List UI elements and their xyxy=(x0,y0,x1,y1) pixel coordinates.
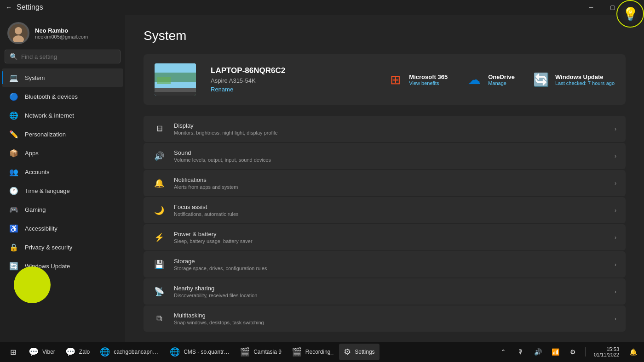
settings-text-focusassist: Focus assist Notifications, automatic ru… xyxy=(174,204,606,217)
sidebar-item-apps[interactable]: 📦 Apps xyxy=(2,144,123,162)
microphone-icon[interactable]: 🎙 xyxy=(513,345,528,359)
network-tray-icon[interactable]: 📶 xyxy=(548,345,563,359)
start-button[interactable]: ⊞ xyxy=(4,344,22,360)
sidebar-item-windowsupdate[interactable]: 🔄 Windows Update xyxy=(2,257,123,275)
sidebar-item-bluetooth[interactable]: 🔵 Bluetooth & devices xyxy=(2,87,123,106)
service-name-winupdate: Windows Update xyxy=(555,74,615,80)
taskbar-icon-chrome1: 🌐 xyxy=(100,347,110,357)
title-bar: ← Settings ─ ▢ ✕ xyxy=(0,0,644,15)
nav-label-system: System xyxy=(25,74,45,81)
settings-item-focusassist[interactable]: 🌙 Focus assist Notifications, automatic … xyxy=(144,197,626,223)
settings-item-display[interactable]: 🖥 Display Monitors, brightness, night li… xyxy=(144,116,626,142)
settings-item-powerbattery[interactable]: ⚡ Power & battery Sleep, battery usage, … xyxy=(144,224,626,250)
settings-item-storage[interactable]: 💾 Storage Storage space, drives, configu… xyxy=(144,251,626,277)
nav-label-privacy: Privacy & security xyxy=(25,244,72,251)
system-details: LAPTOP-86NQR6C2 Aspire A315-54K Rename xyxy=(211,66,372,93)
taskbar-item-settings[interactable]: ⚙ Settings xyxy=(339,344,379,360)
taskbar-label-chrome1: cachgobancapnhat ... xyxy=(114,349,160,355)
settings-title-focusassist: Focus assist xyxy=(174,204,606,210)
sidebar: Neo Rambo neokim005@gmail.com 🔍 💻 System… xyxy=(0,15,125,342)
search-container: 🔍 xyxy=(0,50,125,68)
taskbar-item-chrome1[interactable]: 🌐 cachgobancapnhat ... xyxy=(95,344,164,360)
taskbar-label-viber: Viber xyxy=(42,349,55,355)
taskbar-icon-settings: ⚙ xyxy=(344,347,351,357)
main-layout: Neo Rambo neokim005@gmail.com 🔍 💻 System… xyxy=(0,15,644,342)
nav-label-network: Network & internet xyxy=(25,112,74,119)
service-winupdate[interactable]: 🔄 Windows Update Last checked: 7 hours a… xyxy=(533,71,615,88)
settings-chevron-powerbattery: › xyxy=(615,234,616,241)
user-profile[interactable]: Neo Rambo neokim005@gmail.com xyxy=(0,15,125,50)
sidebar-item-personalization[interactable]: ✏️ Personalization xyxy=(2,125,123,143)
service-action-winupdate[interactable]: Last checked: 7 hours ago xyxy=(555,80,615,86)
settings-title-notifications: Notifications xyxy=(174,176,606,183)
sidebar-item-accounts[interactable]: 👥 Accounts xyxy=(2,163,123,181)
service-onedrive[interactable]: ☁ OneDrive Manage xyxy=(466,71,515,88)
taskbar-item-recording[interactable]: 🎬 Recording_ xyxy=(287,344,338,360)
nav-icon-apps: 📦 xyxy=(9,148,18,158)
sidebar-item-system[interactable]: 💻 System xyxy=(2,68,123,87)
taskbar-items: 💬 Viber 💬 Zalo 🌐 cachgobancapnhat ... 🌐 … xyxy=(24,344,380,360)
volume-icon[interactable]: 🔊 xyxy=(531,345,546,359)
service-action-onedrive[interactable]: Manage xyxy=(488,80,515,86)
nav-label-apps: Apps xyxy=(25,150,39,157)
nav-icon-windowsupdate: 🔄 xyxy=(9,261,18,271)
nav-label-personalization: Personalization xyxy=(25,131,66,138)
logo-icon: 💡 xyxy=(622,6,638,22)
settings-icon-sound: 🔊 xyxy=(153,150,166,163)
settings-text-notifications: Notifications Alerts from apps and syste… xyxy=(174,176,606,190)
settings-item-notifications[interactable]: 🔔 Notifications Alerts from apps and sys… xyxy=(144,170,626,196)
settings-text-storage: Storage Storage space, drives, configura… xyxy=(174,258,606,271)
notification-icon[interactable]: 🔔 xyxy=(626,345,640,359)
top-right-logo: 💡 xyxy=(616,0,644,28)
title-bar-title: Settings xyxy=(17,3,43,11)
sidebar-item-time[interactable]: 🕐 Time & language xyxy=(2,181,123,200)
taskbar-item-viber[interactable]: 💬 Viber xyxy=(24,344,60,360)
settings-item-multitasking[interactable]: ⧉ Multitasking Snap windows, desktops, t… xyxy=(144,305,626,332)
settings-title-nearbysharing: Nearby sharing xyxy=(174,285,606,292)
tray-chevron-icon[interactable]: ⌃ xyxy=(496,345,511,359)
minimize-button[interactable]: ─ xyxy=(581,0,602,15)
content-area: System LAPTOP-86NQR6C2 Aspire A315-54K R… xyxy=(125,15,644,342)
taskbar: ⊞ 💬 Viber 💬 Zalo 🌐 cachgobancapnhat ... … xyxy=(0,342,644,362)
settings-icon-powerbattery: ⚡ xyxy=(153,231,166,244)
svg-rect-5 xyxy=(157,77,171,84)
taskbar-icon-camtasia: 🎬 xyxy=(240,347,250,357)
settings-item-nearbysharing[interactable]: 📡 Nearby sharing Discoverability, receiv… xyxy=(144,278,626,305)
settings-list: 🖥 Display Monitors, brightness, night li… xyxy=(144,116,626,332)
settings-chevron-focusassist: › xyxy=(615,207,616,214)
back-button[interactable]: ← xyxy=(6,4,12,11)
settings-desc-sound: Volume levels, output, input, sound devi… xyxy=(174,157,606,163)
service-icon-winupdate: 🔄 xyxy=(533,71,550,88)
settings-tray-icon[interactable]: ⚙ xyxy=(566,345,581,359)
system-info-card: LAPTOP-86NQR6C2 Aspire A315-54K Rename ⊞… xyxy=(144,54,626,105)
taskbar-label-recording: Recording_ xyxy=(305,349,334,355)
sidebar-bottom xyxy=(0,276,125,303)
settings-title-display: Display xyxy=(174,122,606,129)
user-info: Neo Rambo neokim005@gmail.com xyxy=(35,27,88,40)
taskbar-item-chrome2[interactable]: 🌐 CMS - so.quantrima... xyxy=(165,344,234,360)
taskbar-item-camtasia[interactable]: 🎬 Camtasia 9 xyxy=(235,344,286,360)
taskbar-item-zalo[interactable]: 💬 Zalo xyxy=(61,344,94,360)
service-ms365[interactable]: ⊞ Microsoft 365 View benefits xyxy=(387,71,448,88)
device-model: Aspire A315-54K xyxy=(211,77,372,84)
sidebar-item-gaming[interactable]: 🎮 Gaming xyxy=(2,200,123,219)
nav-icon-accounts: 👥 xyxy=(9,167,18,176)
settings-desc-powerbattery: Sleep, battery usage, battery saver xyxy=(174,238,606,244)
nav-icon-bluetooth: 🔵 xyxy=(9,92,18,101)
settings-desc-multitasking: Snap windows, desktops, task switching xyxy=(174,320,606,325)
service-action-ms365[interactable]: View benefits xyxy=(409,80,448,86)
taskbar-icon-chrome2: 🌐 xyxy=(170,347,180,357)
settings-desc-nearbysharing: Discoverability, received files location xyxy=(174,293,606,298)
system-clock[interactable]: 15:53 01/11/2022 xyxy=(590,346,623,357)
svg-rect-6 xyxy=(155,88,196,92)
logo-circle: 💡 xyxy=(616,0,644,28)
sidebar-item-network[interactable]: 🌐 Network & internet xyxy=(2,106,123,124)
search-input[interactable] xyxy=(21,53,115,60)
settings-item-sound[interactable]: 🔊 Sound Volume levels, output, input, so… xyxy=(144,143,626,169)
settings-title-powerbattery: Power & battery xyxy=(174,231,606,238)
rename-link[interactable]: Rename xyxy=(211,86,372,93)
sidebar-item-privacy[interactable]: 🔒 Privacy & security xyxy=(2,238,123,256)
user-email: neokim005@gmail.com xyxy=(35,34,88,40)
sidebar-item-accessibility[interactable]: ♿ Accessibility xyxy=(2,219,123,238)
settings-text-sound: Sound Volume levels, output, input, soun… xyxy=(174,149,606,163)
